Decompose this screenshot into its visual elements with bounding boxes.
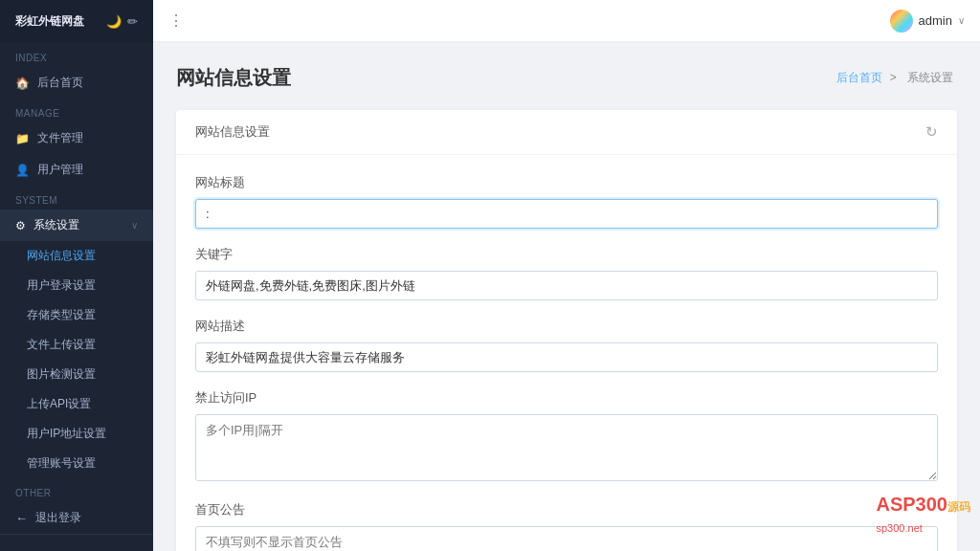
logo-icons: 🌙 ✏ — [106, 14, 138, 29]
section-manage: MANAGE 文件管理 用户管理 — [0, 99, 153, 186]
sidebar-sub-item-image-detection[interactable]: 图片检测设置 — [0, 360, 153, 389]
content-area: 网站信息设置 后台首页 > 系统设置 网站信息设置 ↻ 网站标题 关键字 — [153, 42, 980, 551]
user-icon — [15, 164, 30, 177]
page-title: 网站信息设置 — [176, 65, 291, 91]
admin-dropdown-arrow[interactable]: ∨ — [958, 15, 965, 26]
sidebar-item-label: 退出登录 — [35, 510, 81, 526]
topbar-left: ⋮ — [168, 11, 184, 30]
form-group-keywords: 关键字 — [195, 246, 938, 300]
folder-icon — [15, 132, 30, 145]
description-label: 网站描述 — [195, 318, 938, 335]
admin-name: admin — [919, 13, 952, 28]
form-group-block-ip: 禁止访问IP — [195, 389, 938, 484]
refresh-icon[interactable]: ↻ — [925, 123, 938, 141]
sidebar-sub-item-storage-type[interactable]: 存储类型设置 — [0, 300, 153, 330]
description-input[interactable] — [195, 342, 938, 372]
section-label-index: INDEX — [0, 43, 153, 67]
breadcrumb: 后台首页 > 系统设置 — [836, 70, 957, 86]
home-notice-textarea[interactable] — [195, 526, 938, 551]
card-body: 网站标题 关键字 网站描述 禁止访问IP 首页公告 — [176, 155, 957, 551]
block-ip-textarea[interactable] — [195, 414, 938, 481]
logout-icon — [15, 511, 28, 525]
sidebar-sub-item-admin-account[interactable]: 管理账号设置 — [0, 449, 153, 478]
sidebar-item-system-settings[interactable]: 系统设置 ∨ — [0, 209, 153, 241]
site-title-input[interactable] — [195, 199, 938, 229]
form-group-description: 网站描述 — [195, 318, 938, 372]
section-index: INDEX 后台首页 — [0, 43, 153, 99]
sidebar-item-label: 文件管理 — [37, 130, 83, 146]
sidebar-item-label: 用户管理 — [37, 162, 83, 178]
topbar-right: admin ∨ — [890, 10, 965, 33]
home-icon — [15, 77, 30, 90]
breadcrumb-current: 系统设置 — [907, 71, 953, 84]
keywords-input[interactable] — [195, 271, 938, 300]
breadcrumb-sep: > — [890, 71, 897, 84]
sidebar-sub-item-site-info[interactable]: 网站信息设置 — [0, 241, 153, 271]
sidebar-logo: 彩虹外链网盘 🌙 ✏ — [0, 0, 153, 43]
logo-text: 彩虹外链网盘 — [15, 13, 84, 30]
sidebar-sub-item-user-login[interactable]: 用户登录设置 — [0, 271, 153, 300]
block-ip-label: 禁止访问IP — [195, 389, 938, 407]
sidebar-item-logout[interactable]: 退出登录 — [0, 502, 153, 534]
form-group-home-notice: 首页公告 — [195, 501, 938, 551]
form-group-site-title: 网站标题 — [195, 174, 938, 229]
sidebar: 彩虹外链网盘 🌙 ✏ INDEX 后台首页 MANAGE 文件管理 用户管理 S… — [0, 0, 153, 551]
sidebar-item-dashboard[interactable]: 后台首页 — [0, 67, 153, 99]
card-title: 网站信息设置 — [195, 123, 270, 141]
sidebar-sub-item-file-upload[interactable]: 文件上传设置 — [0, 330, 153, 360]
home-notice-label: 首页公告 — [195, 501, 938, 518]
chevron-down-icon: ∨ — [131, 220, 138, 231]
keywords-label: 关键字 — [195, 246, 938, 263]
sidebar-sub-item-upload-api[interactable]: 上传API设置 — [0, 389, 153, 419]
topbar-menu-dots[interactable]: ⋮ — [168, 11, 184, 30]
section-label-manage: MANAGE — [0, 99, 153, 122]
settings-card: 网站信息设置 ↻ 网站标题 关键字 网站描述 禁止访问IP — [176, 110, 957, 551]
avatar — [890, 10, 913, 33]
edit-icon[interactable]: ✏ — [127, 14, 138, 29]
moon-icon[interactable]: 🌙 — [106, 14, 122, 29]
page-header: 网站信息设置 后台首页 > 系统设置 — [176, 65, 957, 91]
sidebar-item-label: 后台首页 — [37, 75, 83, 91]
sidebar-footer: - 更多功能敬请期待 - — [0, 534, 153, 551]
sidebar-more-text: - 更多功能敬请期待 - — [0, 542, 153, 551]
section-label-system: SYSTEM — [0, 186, 153, 209]
card-header: 网站信息设置 ↻ — [176, 110, 957, 155]
section-label-other: OTHER — [0, 478, 153, 502]
site-title-label: 网站标题 — [195, 174, 938, 191]
sidebar-item-label: 系统设置 — [33, 217, 79, 233]
section-system: SYSTEM 系统设置 ∨ 网站信息设置 用户登录设置 存储类型设置 文件上传设… — [0, 186, 153, 478]
main-content: ⋮ admin ∨ 网站信息设置 后台首页 > 系统设置 网站信息设置 ↻ 网 — [153, 0, 980, 551]
topbar: ⋮ admin ∨ — [153, 0, 980, 42]
sidebar-sub-item-user-ip-site[interactable]: 用户IP地址设置 — [0, 419, 153, 449]
sidebar-item-user-manage[interactable]: 用户管理 — [0, 154, 153, 186]
section-other: OTHER 退出登录 — [0, 478, 153, 534]
breadcrumb-home[interactable]: 后台首页 — [836, 71, 882, 84]
sidebar-item-file-manage[interactable]: 文件管理 — [0, 122, 153, 154]
gear-icon — [15, 219, 26, 232]
